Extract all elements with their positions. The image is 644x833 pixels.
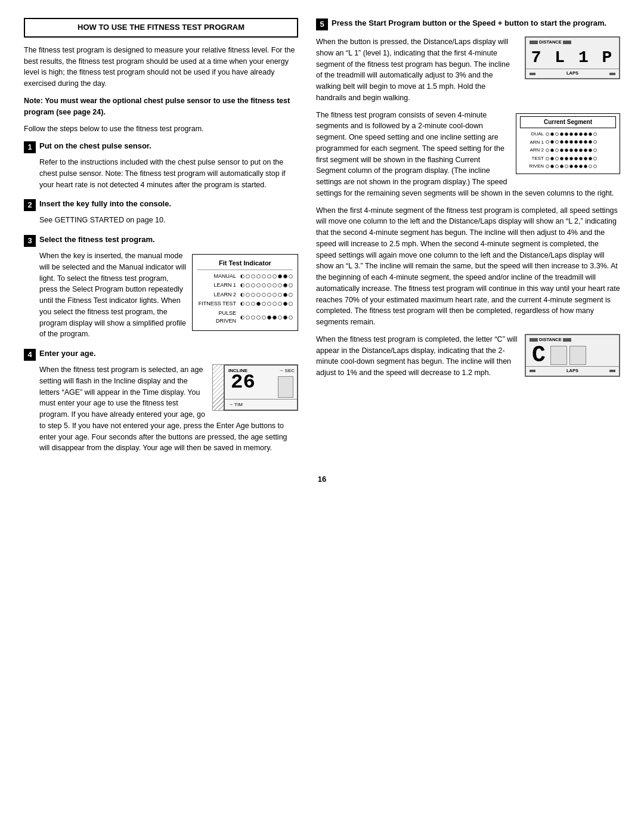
current-segment-title: Current Segment [520, 116, 616, 129]
step-3-number: 3 [24, 235, 36, 247]
step-4-title: Enter your age. [39, 348, 96, 360]
step-2-body: See GETTING STARTED on page 10. [39, 215, 298, 226]
step-4-number: 4 [24, 349, 36, 361]
step5-content: DISTANCE 7 L 1 P LAPS When the button is… [316, 36, 620, 110]
para3: When the first 4-minute segment of the f… [316, 205, 620, 328]
l-display-diagram: DISTANCE 7 L 1 P LAPS [525, 36, 620, 79]
age-display-diagram: INCLINE → SEC 26 → TIM [212, 364, 298, 411]
seg-row-arn2: ARN 2 [520, 147, 616, 154]
fit-test-title: Fit Test Indicator [197, 258, 293, 270]
step-2-number: 2 [24, 199, 36, 211]
l-digits: 7 L 1 P [531, 46, 614, 70]
step-4-body: INCLINE → SEC 26 → TIM When the fitness … [39, 364, 298, 454]
step-3-title: Select the fitness test program. [39, 234, 155, 246]
step-2-title: Insert the key fully into the console. [39, 199, 171, 210]
para4-section: DISTANCE C LAPS When the fit [316, 334, 620, 385]
intro-bold: Note: You must wear the optional chest p… [24, 95, 298, 118]
l-laps-label: LAPS [566, 70, 578, 77]
right-column: 5 Press the Start Program button or the … [316, 18, 620, 462]
intro-p1: The fitness test program is designed to … [24, 45, 298, 89]
step-4: 4 Enter your age. INCLINE → SEC 26 → [24, 348, 298, 454]
left-column: HOW TO USE THE FITNESS TEST PROGRAM The … [24, 18, 298, 462]
tim-label: → TIM [228, 401, 243, 408]
seg-row-arn1: ARN 1 [520, 139, 616, 146]
fit-test-indicator-diagram: Fit Test Indicator MANUAL [192, 254, 298, 331]
step-5-title: Press the Start Program button or the Sp… [332, 18, 606, 29]
c-laps-label: LAPS [566, 368, 578, 374]
step-3-body: Fit Test Indicator MANUAL [39, 250, 298, 340]
page-number: 16 [24, 474, 620, 485]
step-5-number: 5 [316, 18, 328, 30]
step-1: 1 Put on the chest pulse sensor. Refer t… [24, 141, 298, 190]
intro-p2: Follow the steps below to use the fitnes… [24, 123, 298, 135]
step-2: 2 Insert the key fully into the console.… [24, 199, 298, 226]
l-distance-label: DISTANCE [539, 39, 562, 46]
seg-row-riven: RIVEN [520, 163, 616, 170]
fit-row-pulse-driven: PULSE DRIVEN [197, 309, 293, 326]
step-1-body: Refer to the instructions included with … [39, 157, 298, 190]
fit-row-manual: MANUAL [197, 272, 293, 281]
step-1-title: Put on the chest pulse sensor. [39, 141, 151, 152]
section-header: HOW TO USE THE FITNESS TEST PROGRAM [24, 18, 298, 38]
fit-row-fitness-test: FITNESS TEST [197, 300, 293, 308]
c-display-diagram: DISTANCE C LAPS [525, 334, 620, 377]
seg-row-test: TEST [520, 155, 616, 162]
current-segment-diagram: Current Segment DUAL [516, 113, 620, 174]
seg-row-dual: DUAL [520, 131, 616, 138]
sec-label: → SEC [278, 367, 295, 374]
step-3-text: When the key is inserted, the manual mod… [39, 252, 186, 338]
step-3: 3 Select the fitness test program. Fit T… [24, 234, 298, 340]
fit-row-learn2: LEARN 2 [197, 291, 293, 299]
c-letter: C [532, 344, 546, 367]
age-digits: 26 [231, 367, 255, 398]
step-1-number: 1 [24, 141, 36, 153]
para2-section: Current Segment DUAL [316, 110, 620, 205]
fit-row-learn1: LEARN 1 [197, 281, 293, 290]
